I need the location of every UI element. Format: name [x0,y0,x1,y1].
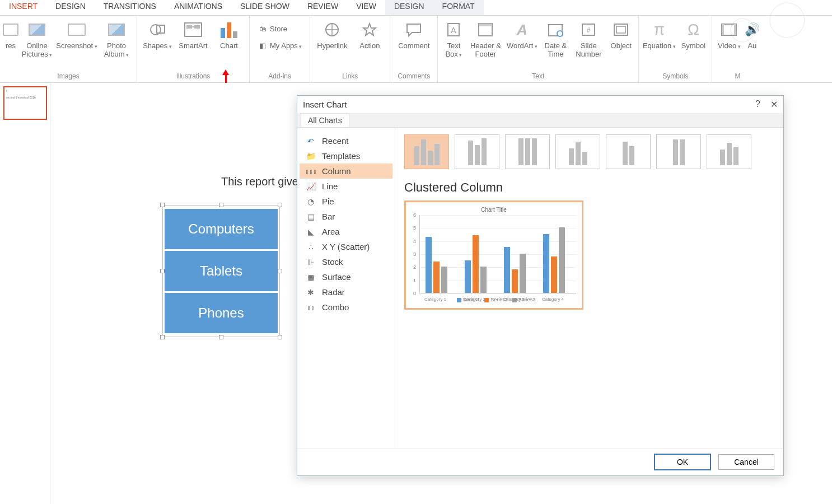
myapps-label: My Apps [270,41,302,50]
tab-contextual-design[interactable]: DESIGN [385,0,433,15]
datetime-button[interactable]: Date & Time [541,18,570,58]
close-icon[interactable]: ✕ [770,99,778,110]
insert-chart-dialog: Insert Chart ? ✕ All Charts ↶Recent 📁Tem… [297,95,784,476]
screenshot-label: Screenshot [56,41,97,50]
chart-preview[interactable]: Chart Title 0123456Category 1Category 2C… [404,200,583,310]
chart-button[interactable]: Chart [212,18,246,50]
wordart-button[interactable]: AWordArt [505,18,539,58]
svg-rect-4 [194,25,200,29]
ribbon: res Online Pictures Screenshot Photo Alb… [0,16,832,83]
group-links-label: Links [342,72,358,81]
video-button[interactable]: Video [716,18,742,50]
hyperlink-button[interactable]: Hyperlink [314,18,350,50]
group-comments-label: Comments [398,72,430,81]
textbox-icon: A [443,20,464,39]
subtype-3d-stacked[interactable] [606,134,651,169]
tab-design[interactable]: DESIGN [46,0,95,15]
video-label: Video [718,41,741,50]
tab-contextual-format[interactable]: FORMAT [433,0,484,15]
line-icon: 📈 [305,182,316,191]
cat-label: Combo [322,302,349,312]
smartart-cell[interactable]: Tablets [165,251,278,291]
equation-label: Equation [643,41,676,50]
group-symbols-label: Symbols [662,72,688,81]
symbol-label: Symbol [681,41,705,50]
cat-label: Pie [322,197,334,206]
radar-icon: ✱ [305,288,316,297]
cat-column[interactable]: ⫾⫾⫾Column [300,164,392,179]
photo-album-button[interactable]: Photo Album [100,18,133,58]
online-pictures-button[interactable]: Online Pictures [20,18,54,58]
subtype-stacked-column[interactable] [455,134,499,169]
smartart-shape[interactable]: Computers Tablets Phones [162,205,280,337]
tab-animations[interactable]: ANIMATIONS [165,0,231,15]
action-button[interactable]: Action [353,18,386,50]
cat-bar[interactable]: ▤Bar [300,209,392,224]
screenshot-button[interactable]: Screenshot [56,18,97,58]
cat-surface[interactable]: ▦Surface [300,269,392,284]
cat-stock[interactable]: ⊪Stock [300,254,392,269]
cat-label: Templates [322,151,360,161]
wordart-label: WordArt [507,41,537,50]
subtype-3d-clustered[interactable] [555,134,600,169]
slide-thumbnail-panel[interactable]: tsis last 9 month of 2016 [0,83,50,504]
help-icon[interactable]: ? [755,99,760,110]
svg-rect-2 [185,23,202,36]
svg-rect-18 [734,24,736,35]
shapes-label: Shapes [143,41,172,50]
ok-button[interactable]: OK [655,454,711,470]
apps-icon: ◧ [258,40,268,50]
tab-view[interactable]: VIEW [347,0,385,15]
smartart-cell[interactable]: Phones [165,293,278,333]
cat-label: Column [322,166,351,176]
slidenumber-button[interactable]: #Slide Number [572,18,605,58]
smartart-label: SmartArt [179,41,207,50]
subtype-100stacked-column[interactable] [505,134,550,169]
header-footer-button[interactable]: Header & Footer [468,18,503,58]
symbol-button[interactable]: ΩSymbol [678,18,708,50]
slide-thumbnail[interactable]: tsis last 9 month of 2016 [3,86,47,120]
audio-button[interactable]: 🔊Au [745,18,759,50]
cat-recent[interactable]: ↶Recent [300,133,392,148]
combo-icon: ⫾⫾ [305,303,316,312]
cat-combo[interactable]: ⫾⫾Combo [300,300,392,315]
cancel-button[interactable]: Cancel [718,454,774,470]
cat-scatter[interactable]: ∴X Y (Scatter) [300,239,392,254]
chart-icon [221,21,237,38]
textbox-button[interactable]: AText Box [441,18,466,58]
cat-area[interactable]: ◣Area [300,224,392,239]
cat-templates[interactable]: 📁Templates [300,148,392,164]
dialog-tab-allcharts[interactable]: All Charts [301,113,349,127]
smartart-cell[interactable]: Computers [165,209,278,249]
cat-line[interactable]: 📈Line [300,179,392,194]
smartart-button[interactable]: SmartArt [176,18,210,50]
subtype-3d-column[interactable] [707,134,751,169]
myapps-button[interactable]: ◧My Apps [255,39,304,52]
dialog-title: Insert Chart [303,100,347,109]
object-button[interactable]: Object [607,18,635,58]
subtype-3d-100stacked[interactable] [656,134,701,169]
photo-album-label: Photo Album [100,41,133,58]
tab-slideshow[interactable]: SLIDE SHOW [231,0,298,15]
cat-label: X Y (Scatter) [322,242,370,251]
bar-icon: ▤ [305,212,316,221]
comment-button[interactable]: Comment [394,18,434,50]
header-label: Header & Footer [468,41,503,58]
store-button[interactable]: 🛍Store [255,22,304,35]
comment-icon [404,20,424,39]
subtype-title: Clustered Column [404,180,774,195]
preview-title: Chart Title [412,207,576,213]
equation-button[interactable]: πEquation [642,18,676,50]
tab-transitions[interactable]: TRANSITIONS [95,0,165,15]
subtype-clustered-column[interactable] [404,134,449,169]
chart-label: Chart [220,41,238,50]
shapes-button[interactable]: Shapes [141,18,174,50]
tab-insert[interactable]: INSERT [0,0,46,15]
cat-pie[interactable]: ◔Pie [300,194,392,209]
cat-radar[interactable]: ✱Radar [300,284,392,300]
audio-label: Au [747,41,756,50]
group-text-label: Text [532,72,544,81]
pictures-button[interactable]: res [3,18,18,58]
tab-review[interactable]: REVIEW [298,0,347,15]
svg-rect-15 [616,26,625,33]
